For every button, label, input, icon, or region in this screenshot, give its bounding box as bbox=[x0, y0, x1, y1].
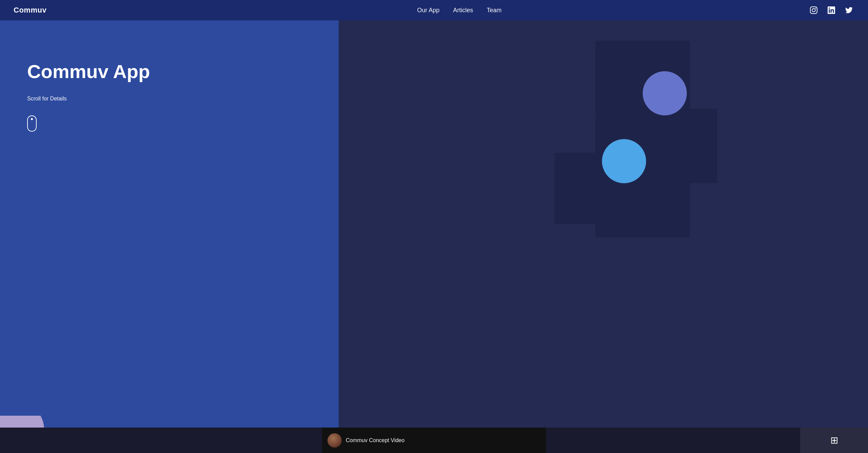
nav-link-team[interactable]: Team bbox=[487, 7, 502, 14]
video-avatar-image bbox=[327, 433, 342, 448]
taskbar-right-area[interactable]: ⊞ bbox=[800, 428, 868, 453]
hero-left-panel: Commuv App Scroll for Details bbox=[0, 20, 339, 453]
nav-link-our-app[interactable]: Our App bbox=[417, 7, 439, 14]
taskbar: Commuv Concept Video ⊞ bbox=[0, 428, 868, 453]
linkedin-icon[interactable] bbox=[826, 5, 837, 16]
navbar-center: Our App Articles Team bbox=[417, 7, 502, 14]
scroll-mouse-dot bbox=[31, 118, 33, 120]
hero-section: Commuv App Scroll for Details bbox=[0, 0, 868, 453]
block-bottom bbox=[595, 193, 690, 238]
video-thumbnail-area[interactable]: Commuv Concept Video bbox=[322, 428, 546, 453]
circle-blue bbox=[602, 139, 646, 183]
twitter-icon[interactable] bbox=[844, 5, 854, 16]
nav-link-articles[interactable]: Articles bbox=[453, 7, 473, 14]
scroll-hint-text: Scroll for Details bbox=[27, 96, 312, 102]
taskbar-action-icon: ⊞ bbox=[830, 435, 838, 446]
graphic-grid bbox=[554, 41, 717, 231]
navbar-right bbox=[808, 5, 854, 16]
navbar: Commuv Our App Articles Team bbox=[0, 0, 868, 20]
circle-purple bbox=[643, 71, 687, 115]
scroll-mouse-indicator bbox=[27, 115, 37, 132]
hero-right-panel bbox=[339, 20, 868, 453]
nav-logo[interactable]: Commuv bbox=[14, 6, 46, 15]
video-avatar bbox=[327, 433, 342, 448]
navbar-left: Commuv bbox=[14, 6, 46, 15]
video-label: Commuv Concept Video bbox=[346, 437, 404, 443]
graphic-container bbox=[554, 41, 717, 244]
hero-title: Commuv App bbox=[27, 61, 312, 82]
instagram-icon[interactable] bbox=[808, 5, 819, 16]
